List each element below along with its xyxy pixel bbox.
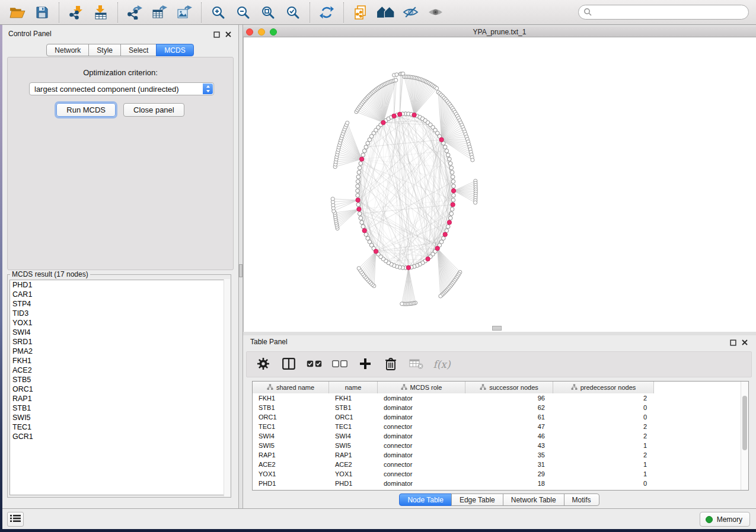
mcds-result-item[interactable]: RAP1 — [10, 394, 228, 403]
save-session-button[interactable] — [33, 3, 52, 22]
graph-hub-node[interactable] — [356, 198, 360, 202]
graph-node[interactable] — [361, 153, 365, 157]
graph-hub-node[interactable] — [362, 229, 366, 233]
graph-leaf-node[interactable] — [357, 267, 361, 270]
graph-hub-node[interactable] — [374, 249, 378, 254]
graph-hub-node[interactable] — [392, 114, 396, 118]
graph-leaf-node[interactable] — [471, 158, 474, 162]
network-canvas[interactable] — [243, 37, 756, 332]
split-panel-button[interactable] — [280, 355, 297, 373]
graph-leaf-node[interactable] — [439, 294, 442, 298]
graph-node[interactable] — [356, 184, 360, 188]
splitter-grip[interactable] — [239, 264, 243, 277]
mcds-result-item[interactable]: GCR1 — [10, 432, 228, 441]
deselect-all-columns-button[interactable] — [331, 355, 348, 373]
clone-network-button[interactable] — [351, 3, 370, 22]
mcds-result-item[interactable]: STB1 — [10, 403, 228, 413]
graph-hub-node[interactable] — [398, 112, 402, 116]
graph-node[interactable] — [358, 211, 362, 216]
hide-selected-button[interactable] — [401, 3, 420, 22]
graph-node[interactable] — [366, 236, 370, 241]
graph-node[interactable] — [356, 194, 360, 198]
graph-leaf-node[interactable] — [331, 197, 334, 201]
graph-leaf-node[interactable] — [474, 201, 477, 204]
mcds-result-item[interactable]: STP4 — [10, 299, 228, 309]
table-row[interactable]: SWI5 SWI5 connector 43 1 — [253, 441, 748, 450]
graph-hub-node[interactable] — [412, 113, 416, 117]
graph-hub-node[interactable] — [451, 188, 455, 193]
show-all-button[interactable] — [426, 3, 445, 22]
graph-node[interactable] — [448, 162, 452, 166]
graph-node[interactable] — [449, 211, 454, 216]
graph-node[interactable] — [445, 149, 449, 153]
graph-hub-node[interactable] — [359, 157, 363, 161]
mcds-result-item[interactable]: TEC1 — [10, 422, 228, 432]
close-panel-button-inline[interactable]: Close panel — [123, 103, 184, 117]
table-row[interactable]: STB1 STB1 dominator 62 0 — [253, 403, 748, 412]
graph-node[interactable] — [451, 198, 455, 202]
mcds-result-item[interactable]: ACE2 — [10, 366, 228, 375]
graph-leaf-node[interactable] — [346, 121, 349, 124]
mcds-result-item[interactable]: TID3 — [10, 309, 228, 318]
mcds-result-item[interactable]: PMA2 — [10, 347, 228, 356]
column-header[interactable]: shared name — [253, 382, 329, 393]
first-neighbors-button[interactable] — [376, 3, 395, 22]
graph-hub-node[interactable] — [357, 207, 361, 211]
graph-node[interactable] — [449, 166, 454, 170]
table-row[interactable]: SWI4 SWI4 dominator 46 2 — [253, 431, 748, 441]
zoom-selected-button[interactable] — [283, 3, 302, 22]
mcds-result-item[interactable]: YOX1 — [10, 318, 228, 328]
graph-node[interactable] — [364, 145, 368, 149]
table-row[interactable]: RAP1 RAP1 dominator 35 2 — [253, 450, 748, 460]
graph-node[interactable] — [446, 153, 450, 157]
select-all-columns-button[interactable] — [306, 355, 323, 373]
graph-node[interactable] — [452, 194, 456, 198]
import-network-button[interactable] — [66, 3, 85, 22]
control-panel-tab[interactable]: MCDS — [156, 44, 193, 56]
graph-node[interactable] — [358, 166, 362, 170]
graph-hub-node[interactable] — [447, 220, 451, 225]
graph-hub-node[interactable] — [443, 232, 447, 236]
table-row[interactable]: YOX1 YOX1 connector 29 1 — [253, 469, 748, 479]
mcds-result-item[interactable]: FKH1 — [10, 356, 228, 366]
graph-node[interactable] — [446, 225, 450, 229]
table-row[interactable]: FKH1 FKH1 dominator 96 2 — [253, 393, 748, 403]
float-panel-button[interactable] — [212, 30, 221, 39]
mcds-result-item[interactable]: PHD1 — [10, 280, 228, 290]
graph-node[interactable] — [448, 157, 452, 161]
control-panel-tab[interactable]: Style — [88, 44, 121, 56]
table-scrollbar[interactable] — [741, 382, 748, 490]
float-table-panel-button[interactable] — [729, 338, 737, 347]
network-graph[interactable] — [244, 37, 756, 332]
mcds-result-item[interactable]: ORC1 — [10, 384, 228, 394]
mcds-list-scrollbar[interactable] — [224, 279, 230, 496]
graph-node[interactable] — [450, 207, 454, 211]
criterion-select[interactable]: largest connected component (undirected) — [29, 82, 214, 95]
control-panel-tab[interactable]: Select — [120, 44, 157, 56]
graph-node[interactable] — [356, 203, 361, 207]
zoom-fit-button[interactable] — [259, 3, 277, 22]
vertical-splitter[interactable] — [238, 25, 243, 508]
table-tab[interactable]: Network Table — [503, 493, 564, 506]
graph-hub-node[interactable] — [439, 137, 444, 142]
mcds-result-item[interactable]: SWI4 — [10, 328, 228, 337]
mcds-result-item[interactable]: SRD1 — [10, 337, 228, 347]
graph-node[interactable] — [364, 233, 368, 237]
graph-node[interactable] — [448, 216, 452, 220]
refresh-layout-button[interactable] — [317, 3, 336, 22]
graph-node[interactable] — [356, 180, 360, 184]
run-mcds-button[interactable]: Run MCDS — [56, 103, 116, 117]
mcds-result-item[interactable]: STB5 — [10, 375, 228, 384]
table-row[interactable]: PHD1 PHD1 dominator 18 0 — [253, 479, 748, 488]
graph-node[interactable] — [451, 175, 455, 179]
graph-node[interactable] — [445, 229, 449, 233]
zoom-in-button[interactable] — [209, 3, 228, 22]
graph-node[interactable] — [451, 180, 455, 184]
column-header[interactable]: MCDS role — [378, 382, 465, 393]
graph-leaf-node[interactable] — [394, 78, 398, 82]
table-settings-button[interactable] — [255, 355, 272, 373]
table-row[interactable]: ORC1 ORC1 dominator 61 0 — [253, 412, 748, 422]
table-scrollbar-thumb[interactable] — [742, 396, 747, 450]
close-panel-button[interactable] — [224, 30, 232, 39]
graph-hub-node[interactable] — [381, 120, 385, 124]
